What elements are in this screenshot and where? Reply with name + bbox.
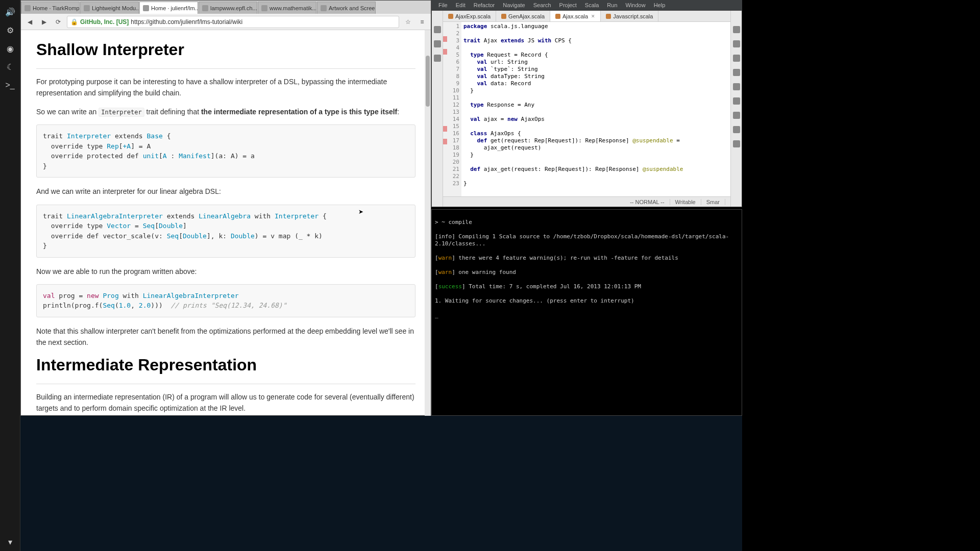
tool-icon[interactable] — [733, 69, 740, 76]
menu-window[interactable]: Window — [622, 2, 650, 8]
taskbar-volume-icon[interactable]: 🔊 — [3, 4, 18, 19]
reload-button[interactable]: ⟳ — [53, 16, 64, 28]
taskbar-tray-icon[interactable]: ▾ — [3, 534, 18, 549]
menu-icon[interactable]: ≡ — [416, 16, 428, 28]
terminal-line: [success] Total time: 7 s, completed Jul… — [435, 283, 739, 290]
scala-file-icon — [448, 14, 453, 19]
system-taskbar: 🔊 ⚙ ◉ ☾ >_ ▾ — [0, 0, 20, 551]
line-number-gutter: 1234567891011121314151617181920212223 — [447, 22, 461, 196]
ide-tab-label: Javascript.scala — [613, 13, 653, 19]
url-path: https://github.com/julienrf/lms-tutorial… — [131, 18, 242, 26]
terminal-cursor: _ — [435, 312, 739, 319]
ide-tab[interactable]: GenAjax.scala — [496, 11, 550, 21]
code-text[interactable]: package scala.js.language trait Ajax ext… — [461, 22, 730, 196]
browser-tab[interactable]: Lightweight Modu...✕ — [80, 2, 139, 14]
paragraph: Note that this shallow interpreter can't… — [36, 325, 415, 348]
terminal-line: > ~ compile — [435, 219, 739, 226]
tool-icon[interactable] — [733, 55, 740, 62]
terminal-line: 1. Waiting for source changes... (press … — [435, 297, 739, 305]
paragraph: So we can write an Interpreter trait def… — [36, 106, 415, 117]
ide-left-toolbar — [432, 11, 443, 207]
taskbar-app-icon[interactable]: ◉ — [3, 41, 18, 56]
tool-icon[interactable] — [733, 112, 740, 119]
tab-label: Lightweight Modu... — [92, 5, 139, 11]
tab-label: Home · julienrf/lm... — [151, 5, 198, 11]
browser-tabstrip: Home · TiarkRomp...✕ Lightweight Modu...… — [21, 1, 431, 14]
forward-button[interactable]: ▶ — [38, 16, 50, 28]
menu-scala[interactable]: Scala — [581, 2, 603, 8]
browser-content[interactable]: Shallow Interpreter For prototyping purp… — [21, 30, 431, 415]
ide-tabstrip: AjaxExp.scala GenAjax.scala Ajax.scala✕ … — [443, 11, 730, 22]
menu-help[interactable]: Help — [650, 2, 670, 8]
browser-window: Home · TiarkRomp...✕ Lightweight Modu...… — [20, 0, 431, 416]
scala-file-icon — [606, 14, 611, 19]
browser-toolbar: ◀ ▶ ⟳ 🔒 GitHub, Inc. [US] https://github… — [21, 14, 431, 30]
tab-label: Home · TiarkRomp... — [33, 5, 80, 11]
star-icon[interactable]: ☆ — [402, 16, 413, 28]
terminal-line: [warn] one warning found — [435, 269, 739, 276]
tab-label: Artwork and Scree... — [329, 5, 376, 11]
lock-icon: 🔒 — [70, 18, 78, 26]
heading-shallow-interpreter: Shallow Interpreter — [36, 40, 415, 59]
close-icon[interactable]: ✕ — [591, 14, 595, 19]
terminal-line: [warn] there were 4 feature warning(s); … — [435, 255, 739, 262]
ide-window: AjaxExp.scala GenAjax.scala Ajax.scala✕ … — [431, 10, 742, 207]
taskbar-settings-icon[interactable]: ⚙ — [3, 22, 18, 38]
status-writable: Writable — [670, 199, 701, 205]
browser-tab[interactable]: Artwork and Scree...✕ — [317, 2, 376, 14]
tool-icon[interactable] — [434, 40, 441, 47]
tab-favicon — [24, 5, 31, 11]
scrollbar[interactable] — [425, 30, 431, 416]
code-block: trait LinearAlgebraInterpreter extends L… — [36, 205, 415, 258]
tab-favicon — [321, 5, 327, 11]
terminal-window[interactable]: > ~ compile [info] Compiling 1 Scala sou… — [431, 209, 742, 416]
menu-run[interactable]: Run — [603, 2, 621, 8]
menu-edit[interactable]: Edit — [452, 2, 470, 8]
tool-icon[interactable] — [434, 26, 441, 33]
tool-icon[interactable] — [733, 140, 740, 147]
ide-editor[interactable]: 1234567891011121314151617181920212223 pa… — [443, 22, 730, 196]
paragraph: For prototyping purpose it can be intere… — [36, 76, 415, 99]
ide-tab-label: GenAjax.scala — [508, 13, 545, 19]
browser-tab[interactable]: Home · julienrf/lm...✕ — [139, 2, 198, 14]
back-button[interactable]: ◀ — [24, 16, 35, 28]
desktop-background — [20, 416, 742, 551]
tab-favicon — [143, 5, 149, 11]
terminal-line: [info] Compiling 1 Scala source to /home… — [435, 233, 739, 247]
browser-tab[interactable]: lampwww.epfl.ch...✕ — [199, 2, 257, 14]
tool-icon[interactable] — [733, 97, 740, 105]
scroll-thumb[interactable] — [426, 56, 430, 107]
ide-tab[interactable]: AjaxExp.scala — [443, 11, 496, 21]
menu-project[interactable]: Project — [555, 2, 581, 8]
ide-menubar: File Edit Refactor Navigate Search Proje… — [431, 0, 742, 10]
status-insert: Smar — [701, 199, 725, 205]
ide-statusbar: -- NORMAL -- Writable Smar — [443, 196, 730, 207]
heading-intermediate-representation: Intermediate Representation — [36, 356, 415, 374]
scala-file-icon — [555, 14, 560, 19]
ide-right-toolbar — [730, 11, 742, 207]
tool-icon[interactable] — [733, 83, 740, 90]
tool-icon[interactable] — [434, 55, 441, 62]
paragraph: Now we are able to run the program writt… — [36, 266, 415, 277]
menu-navigate[interactable]: Navigate — [499, 2, 529, 8]
status-mode: -- NORMAL -- — [625, 199, 670, 205]
tab-favicon — [261, 5, 267, 11]
ide-tab[interactable]: Javascript.scala — [601, 11, 658, 21]
gutter-marks — [443, 22, 447, 196]
paragraph: Building an intermediate representation … — [36, 391, 415, 414]
menu-file[interactable]: File — [434, 2, 452, 8]
url-bar[interactable]: 🔒 GitHub, Inc. [US] https://github.com/j… — [67, 16, 399, 28]
menu-refactor[interactable]: Refactor — [470, 2, 499, 8]
tool-icon[interactable] — [733, 126, 740, 133]
ide-tab-label: Ajax.scala — [562, 13, 588, 19]
tool-icon[interactable] — [733, 26, 740, 33]
taskbar-terminal-icon[interactable]: >_ — [3, 78, 18, 93]
scala-file-icon — [501, 14, 506, 19]
browser-tab[interactable]: www.mathematik....✕ — [258, 2, 316, 14]
browser-tab[interactable]: Home · TiarkRomp...✕ — [21, 2, 80, 14]
ide-tab[interactable]: Ajax.scala✕ — [550, 11, 601, 21]
tool-icon[interactable] — [733, 40, 740, 47]
code-block: trait Interpreter extends Base { overrid… — [36, 124, 415, 178]
menu-search[interactable]: Search — [529, 2, 555, 8]
taskbar-moon-icon[interactable]: ☾ — [3, 59, 18, 74]
